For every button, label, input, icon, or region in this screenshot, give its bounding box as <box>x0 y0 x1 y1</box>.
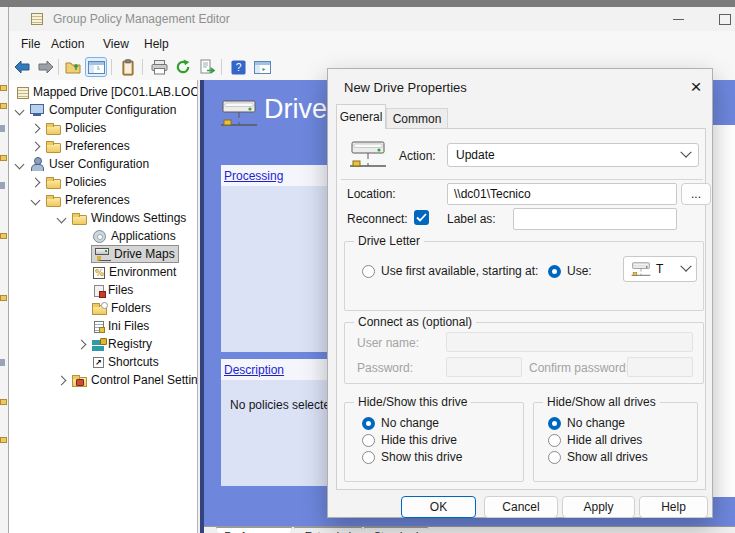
tab-common[interactable]: Common <box>386 108 448 129</box>
dialog-title: New Drive Properties <box>344 80 467 95</box>
confirm-password-label: Confirm password: <box>529 361 629 375</box>
tab-standard[interactable]: Standard <box>364 527 428 533</box>
help-button[interactable]: Help <box>639 496 708 518</box>
tree-item-environment[interactable]: Environment <box>75 263 176 281</box>
reconnect-checkbox[interactable] <box>414 210 429 225</box>
tab-extended[interactable]: Extended <box>294 527 362 533</box>
radio-use-first-available[interactable]: Use first available, starting at: <box>362 264 538 278</box>
tree-item-files[interactable]: Files <box>75 281 133 299</box>
tab-preferences[interactable]: Preferences <box>216 527 292 533</box>
minimize-button[interactable] <box>658 7 698 31</box>
menu-action[interactable]: Action <box>47 35 88 53</box>
processing-link[interactable]: Processing <box>224 169 283 183</box>
radio-this-no-change[interactable]: No change <box>362 416 439 430</box>
export-list-icon[interactable] <box>196 57 218 77</box>
help-icon[interactable]: ? <box>227 57 249 77</box>
radio-use[interactable]: Use: <box>548 264 592 278</box>
tree-item-windows-settings[interactable]: Windows Settings <box>55 209 186 227</box>
drive-letter-group-title: Drive Letter <box>354 234 424 248</box>
refresh-icon[interactable] <box>172 57 194 77</box>
folders-icon <box>92 305 107 315</box>
chevron-down-icon[interactable] <box>31 195 41 205</box>
shortcuts-icon <box>93 357 104 368</box>
chevron-down-icon[interactable] <box>15 159 25 169</box>
tree-item-shortcuts[interactable]: Shortcuts <box>75 353 159 371</box>
chevron-down-icon[interactable] <box>15 105 25 115</box>
password-input[interactable] <box>446 357 522 377</box>
chevron-down-icon[interactable] <box>57 213 67 223</box>
tree-item-user-configuration[interactable]: User Configuration <box>13 155 149 173</box>
action-select[interactable]: Update <box>447 143 699 167</box>
close-icon[interactable]: × <box>684 75 708 99</box>
menu-help[interactable]: Help <box>140 35 173 53</box>
chevron-right-icon[interactable] <box>31 141 41 151</box>
console-tree: Mapped Drive [DC01.LAB.LOCA Computer Con… <box>9 80 198 533</box>
tree-item-user-policies[interactable]: Policies <box>29 173 106 191</box>
description-text: No policies selected <box>230 398 334 412</box>
tree-item-preferences[interactable]: Preferences <box>29 137 130 155</box>
tab-general[interactable]: General <box>336 104 386 129</box>
hide-show-this-drive-group: Hide/Show this drive No change Hide this… <box>344 402 524 482</box>
tree-item-policies[interactable]: Policies <box>29 119 106 137</box>
folder-icon <box>72 215 87 225</box>
drive-header-icon <box>218 98 260 128</box>
gpo-scroll-icon <box>17 87 29 99</box>
tree-item-drive-maps[interactable]: Drive Maps <box>75 245 178 263</box>
tree-item-user-preferences[interactable]: Preferences <box>29 191 130 209</box>
radio-show-all-drives[interactable]: Show all drives <box>548 450 648 464</box>
files-icon <box>94 285 104 297</box>
print-icon[interactable] <box>148 57 170 77</box>
show-console-tree-icon[interactable] <box>85 57 107 77</box>
check-icon <box>416 213 427 222</box>
location-input[interactable] <box>447 183 677 205</box>
maximize-button[interactable] <box>705 7 735 31</box>
forward-icon[interactable] <box>35 57 57 77</box>
new-drive-properties-dialog: New Drive Properties × General Common Ac… <box>327 68 713 518</box>
folder-icon <box>46 179 61 189</box>
drive-letter-select[interactable]: T <box>623 256 697 282</box>
tree-item-control-panel-settings[interactable]: Control Panel Setting <box>55 371 198 389</box>
connect-as-group: Connect as (optional) User name: Passwor… <box>344 322 704 384</box>
radio-hide-this-drive[interactable]: Hide this drive <box>362 433 457 447</box>
processing-band: Processing <box>221 165 339 186</box>
tree-item-computer-configuration[interactable]: Computer Configuration <box>13 101 176 119</box>
browse-button[interactable]: ... <box>681 183 711 205</box>
minimize-icon <box>673 19 684 20</box>
folder-icon <box>46 125 61 135</box>
confirm-password-input[interactable] <box>627 357 693 377</box>
chevron-down-icon <box>680 147 691 158</box>
chevron-right-icon[interactable] <box>31 177 41 187</box>
radio-icon <box>548 434 561 447</box>
control-panel-icon <box>72 377 87 387</box>
tree-item-registry[interactable]: Registry <box>75 335 152 353</box>
radio-icon <box>362 265 375 278</box>
ok-button[interactable]: OK <box>401 496 476 518</box>
cancel-button[interactable]: Cancel <box>484 496 558 518</box>
tree-item-ini-files[interactable]: Ini Files <box>75 317 149 335</box>
back-icon[interactable] <box>11 57 33 77</box>
menu-view[interactable]: View <box>99 35 133 53</box>
window-title: Group Policy Management Editor <box>53 12 230 26</box>
tree-item-root[interactable]: Mapped Drive [DC01.LAB.LOCA <box>17 83 198 101</box>
label-as-input[interactable] <box>513 208 677 230</box>
user-name-input[interactable] <box>446 332 693 352</box>
menu-file[interactable]: File <box>17 35 44 53</box>
apply-button[interactable]: Apply <box>562 496 635 518</box>
ini-files-icon <box>94 321 104 333</box>
radio-hide-all-drives[interactable]: Hide all drives <box>548 433 642 447</box>
radio-all-no-change[interactable]: No change <box>548 416 625 430</box>
computer-icon <box>30 103 45 117</box>
drive-maps-icon <box>95 247 110 261</box>
label-as-label: Label as: <box>447 212 496 226</box>
new-window-icon[interactable] <box>251 57 273 77</box>
menu-bar: File Action View Help <box>9 31 735 55</box>
up-one-level-icon[interactable] <box>62 57 84 77</box>
chevron-right-icon[interactable] <box>31 123 41 133</box>
clipboard-icon[interactable] <box>117 57 139 77</box>
radio-show-this-drive[interactable]: Show this drive <box>362 450 462 464</box>
tree-item-applications[interactable]: Applications <box>75 227 176 245</box>
chevron-right-icon[interactable] <box>57 375 67 385</box>
chevron-right-icon[interactable] <box>77 339 87 349</box>
tree-item-folders[interactable]: Folders <box>75 299 151 317</box>
description-link[interactable]: Description <box>224 363 284 377</box>
